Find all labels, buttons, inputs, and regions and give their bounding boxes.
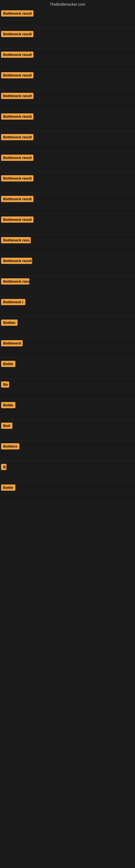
bottleneck-badge: Bottle	[1, 402, 15, 408]
bottleneck-row: Bottleneck result	[0, 49, 135, 69]
bottleneck-row: Bottle	[0, 482, 135, 502]
bottleneck-row: Bottleneck result	[0, 173, 135, 193]
bottleneck-badge: Bottleneck result	[1, 31, 34, 37]
bottleneck-badge: Bo	[1, 381, 9, 388]
bottleneck-badge: Bottleneck result	[1, 10, 34, 17]
bottleneck-badge: Bottle	[1, 485, 15, 491]
bottleneck-badge: B	[1, 464, 6, 470]
bottleneck-badge: Bottleneck result	[1, 93, 34, 99]
bottleneck-row: Bottleneck result	[0, 255, 135, 276]
site-title: TheBottlenecker.com	[0, 0, 135, 8]
bottleneck-row: Bottleneck result	[0, 193, 135, 214]
bottleneck-badge: Bottleneck result	[1, 72, 34, 79]
bottleneck-badge: Bottleneck	[1, 340, 23, 346]
bottleneck-row: Bottleneck	[0, 337, 135, 358]
bottleneck-badge: Bottleneck result	[1, 155, 34, 161]
page-container: TheBottlenecker.com Bottleneck resultBot…	[0, 0, 135, 868]
bottleneck-row: Bottleneck resu	[0, 235, 135, 255]
bottleneck-row: Bottleneck result	[0, 214, 135, 235]
bottleneck-badge: Bottleneck result	[1, 175, 34, 182]
bottleneck-badge: Bottleneck result	[1, 52, 34, 58]
bottleneck-row: Bo	[0, 379, 135, 399]
bottleneck-row: Bottleneck result	[0, 111, 135, 131]
bottleneck-badge: Bottleneck result	[1, 113, 34, 120]
bottleneck-row: Bottleneck result	[0, 152, 135, 173]
bottleneck-row: Bottleneck result	[0, 28, 135, 49]
bottleneck-row: Bottlen	[0, 317, 135, 337]
bottleneck-badge: Bottleneck result	[1, 134, 34, 140]
bottleneck-row: Bottleneck r	[0, 296, 135, 317]
bottleneck-badge: Bottle	[1, 361, 15, 367]
bottleneck-badge: Bottlens	[1, 443, 19, 450]
bottleneck-row: Bottleneck resu	[0, 276, 135, 296]
bottleneck-row: Bott	[0, 420, 135, 440]
bottleneck-row: Bottlens	[0, 440, 135, 461]
bottleneck-badge: Bottleneck resu	[1, 278, 30, 284]
bottleneck-badge: Bottlen	[1, 319, 17, 326]
bottleneck-badge: Bottleneck result	[1, 196, 34, 202]
bottleneck-badge: Bottleneck result	[1, 258, 32, 264]
rows-container: Bottleneck resultBottleneck resultBottle…	[0, 8, 135, 774]
bottleneck-row: Bottle	[0, 358, 135, 379]
bottleneck-row: Bottle	[0, 399, 135, 420]
bottleneck-badge: Bott	[1, 423, 12, 429]
bottleneck-row: B	[0, 461, 135, 482]
bottleneck-badge: Bottleneck result	[1, 216, 34, 223]
bottleneck-badge: Bottleneck resu	[1, 237, 31, 243]
bottleneck-row: Bottleneck result	[0, 90, 135, 111]
bottleneck-row: Bottleneck result	[0, 8, 135, 28]
bottleneck-row: Bottleneck result	[0, 69, 135, 90]
bottleneck-row: Bottleneck result	[0, 131, 135, 152]
bottleneck-badge: Bottleneck r	[1, 299, 26, 305]
